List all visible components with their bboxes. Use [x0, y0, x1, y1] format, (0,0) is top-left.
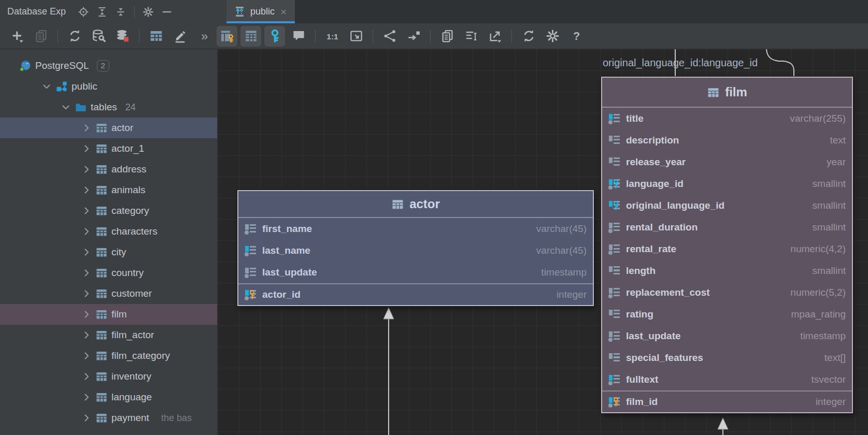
show-key-columns-toggle[interactable]: [217, 26, 237, 47]
table-node-film[interactable]: film title varchar(255): [601, 77, 853, 413]
fit-content-button[interactable]: [346, 26, 366, 47]
collapse-all-button[interactable]: [111, 3, 130, 21]
tree-chevron-icon[interactable]: [81, 268, 92, 278]
tree-chevron-icon[interactable]: [81, 123, 92, 133]
help-button[interactable]: [566, 26, 587, 47]
tree-chevron-icon[interactable]: [81, 185, 92, 195]
refresh-button[interactable]: [64, 26, 85, 47]
edge-original-language-id[interactable]: [766, 49, 794, 80]
field-row-first-name[interactable]: first_name varchar(45): [238, 218, 593, 240]
tab-public[interactable]: public ×: [226, 0, 295, 23]
field-row-release-year[interactable]: release_year year: [602, 151, 852, 173]
data-source-properties-button[interactable]: [88, 26, 109, 47]
index-dot-icon: [245, 230, 249, 235]
tree-chevron-icon[interactable]: [81, 143, 92, 154]
edge-into-film[interactable]: [718, 418, 728, 435]
tree-item-tables[interactable]: tables 24: [0, 97, 217, 118]
field-row-last-update[interactable]: last_update timestamp: [602, 325, 852, 347]
show-comments-toggle[interactable]: [288, 26, 309, 47]
merge-nodes-button[interactable]: [379, 26, 400, 47]
tree-chevron-icon[interactable]: [81, 371, 92, 382]
panel-options-button[interactable]: [139, 3, 158, 21]
field-row-length[interactable]: length smallint: [602, 260, 852, 282]
tree-node-label: payment: [111, 412, 149, 424]
edit-button[interactable]: [169, 26, 190, 47]
tree-chevron-icon[interactable]: [81, 206, 92, 216]
tree-item-language[interactable]: language: [0, 387, 217, 408]
tree-item-address[interactable]: address: [0, 159, 217, 180]
refresh-diagram-button[interactable]: [518, 26, 539, 47]
new-item-button[interactable]: [7, 26, 27, 47]
tree-item-characters[interactable]: characters: [0, 221, 217, 242]
field-row-special-features[interactable]: special_features text[]: [602, 347, 852, 369]
jump-to-source-button[interactable]: [403, 26, 424, 47]
tree-chevron-icon[interactable]: [81, 226, 92, 237]
locate-button[interactable]: [74, 3, 93, 21]
tree-chevron-icon[interactable]: [81, 247, 92, 257]
disconnect-button[interactable]: [112, 26, 133, 47]
hide-panel-button[interactable]: [158, 3, 176, 21]
field-row-rating[interactable]: rating mpaa_rating: [602, 303, 852, 325]
edit-selection-button[interactable]: [461, 26, 481, 47]
tree-item-public[interactable]: public: [0, 76, 217, 97]
tree-item-city[interactable]: city: [0, 242, 217, 263]
field-row-fulltext[interactable]: fulltext tsvector: [602, 369, 852, 390]
tree-chevron-icon[interactable]: [81, 351, 92, 361]
index-dot-icon: [608, 294, 613, 298]
field-row-language-id[interactable]: language_id smallint: [602, 173, 852, 195]
tree-item-postgresql[interactable]: PostgreSQL 2: [0, 55, 217, 76]
node-header[interactable]: film: [602, 78, 852, 108]
edge-into-actor[interactable]: [383, 308, 394, 435]
node-header[interactable]: actor: [238, 191, 593, 218]
tree-chevron-icon[interactable]: [81, 309, 92, 320]
tree-chevron-icon[interactable]: [81, 288, 92, 299]
diagram-settings-button[interactable]: [542, 26, 563, 47]
field-row-actor-id[interactable]: actor_id integer: [238, 283, 593, 305]
export-diagram-button[interactable]: [485, 26, 505, 47]
tree-chevron-icon[interactable]: [61, 102, 71, 112]
field-row-title[interactable]: title varchar(255): [602, 108, 852, 129]
field-row-last-update[interactable]: last_update timestamp: [238, 262, 593, 283]
field-row-replacement-cost[interactable]: replacement_cost numeric(5,2): [602, 282, 852, 303]
copy-diagram-button[interactable]: [437, 26, 458, 47]
tree-item-country[interactable]: country: [0, 263, 217, 283]
tree-item-payment[interactable]: payment the bas: [0, 408, 217, 428]
tree-chevron-icon[interactable]: [81, 330, 92, 340]
header-button-icon: [115, 6, 126, 18]
tree-item-inventory[interactable]: inventory: [0, 366, 217, 387]
tree-item-customer[interactable]: customer: [0, 283, 217, 304]
tree-item-category[interactable]: category: [0, 200, 217, 221]
column-name: original_language_id: [626, 200, 724, 211]
header-button-icon: [96, 6, 108, 18]
show-keys-toggle[interactable]: [264, 26, 285, 47]
tree-item-film-actor[interactable]: film_actor: [0, 325, 217, 345]
diagram-canvas[interactable]: original_language_id:language_id actor f…: [218, 49, 868, 435]
tree-chevron-icon[interactable]: [41, 81, 52, 92]
field-row-last-name[interactable]: last_name varchar(45): [238, 240, 593, 262]
field-row-original-language-id[interactable]: original_language_id smallint: [602, 195, 852, 216]
tree-item-film-category[interactable]: film_category: [0, 345, 217, 366]
tree-chevron-icon[interactable]: [81, 164, 92, 175]
column-icon: [245, 223, 258, 235]
tree-chevron-icon[interactable]: [81, 392, 92, 402]
duplicate-button[interactable]: [31, 26, 51, 47]
column-type: smallint: [813, 178, 846, 190]
tree-chevron-icon[interactable]: [81, 413, 92, 423]
expand-all-button[interactable]: [93, 3, 111, 21]
tree-item-actor[interactable]: actor: [0, 118, 217, 138]
open-table-button[interactable]: [146, 26, 166, 47]
show-all-columns-toggle[interactable]: [240, 26, 261, 47]
field-row-rental-rate[interactable]: rental_rate numeric(4,2): [602, 238, 852, 260]
table-node-actor[interactable]: actor first_name varchar(45): [237, 190, 594, 306]
actual-size-button[interactable]: [322, 26, 343, 47]
field-row-rental-duration[interactable]: rental_duration smallint: [602, 216, 852, 238]
toolbar-divider: [58, 30, 58, 43]
field-row-film-id[interactable]: film_id integer: [602, 390, 852, 412]
toolbar-overflow-button[interactable]: »: [201, 30, 208, 42]
tree-item-film[interactable]: film: [0, 304, 217, 325]
tree-item-animals[interactable]: animals: [0, 180, 217, 200]
field-row-description[interactable]: description text: [602, 129, 852, 151]
tree-item-actor-1[interactable]: actor_1: [0, 138, 217, 159]
tab-close-icon[interactable]: ×: [279, 6, 288, 17]
edge-label-original-language[interactable]: original_language_id:language_id: [603, 57, 758, 69]
